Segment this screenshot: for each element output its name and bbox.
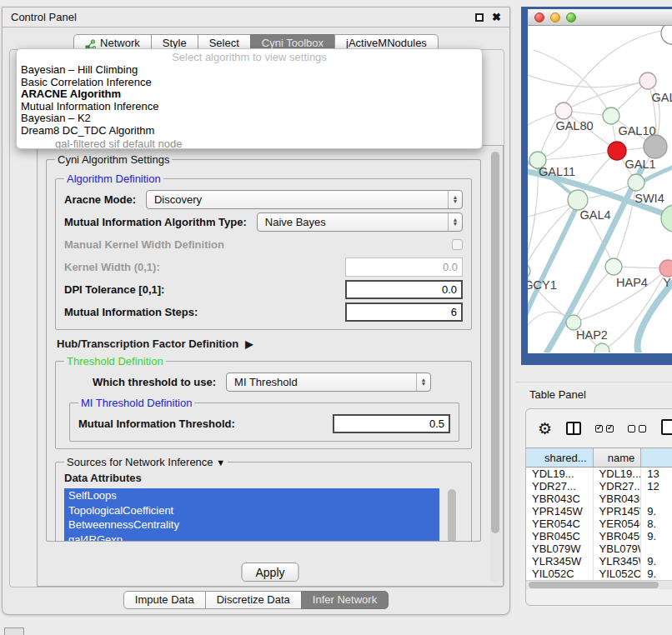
table-row[interactable]: YER054CYER054C8.: [526, 518, 672, 530]
node-label: HAP2: [576, 328, 608, 342]
hub-definition-label: Hub/Transcription Factor Definition: [57, 338, 238, 350]
mac-close-icon[interactable]: [534, 12, 544, 22]
infer-network-tab-panel: Cyni Algorithm Settings Algorithm Defini…: [37, 145, 504, 587]
data-attribute-item[interactable]: SelfLoops: [64, 488, 439, 503]
table-cell: YBL079W: [594, 542, 642, 555]
sources-group: Sources for Network Inference ▼ Data Att…: [55, 456, 472, 542]
sources-legend-label: Sources for Network Inference: [67, 456, 213, 468]
network-node[interactable]: [644, 135, 667, 158]
network-node-hap4[interactable]: [605, 258, 622, 275]
float-window-icon[interactable]: [475, 13, 484, 22]
aracne-mode-value: Discovery: [154, 193, 202, 206]
table-cell: YBR043C: [526, 492, 594, 505]
network-edge[interactable]: [638, 283, 672, 352]
table-cell: 8.: [641, 518, 672, 530]
table-cell: YDL19...: [526, 468, 594, 480]
cyni-algorithm-settings-legend: Cyni Algorithm Settings: [55, 153, 172, 166]
mac-minimize-icon[interactable]: [550, 12, 560, 22]
gear-icon[interactable]: ⚙: [538, 419, 552, 438]
bottom-tab-discretize-data[interactable]: Discretize Data: [205, 591, 302, 609]
column-header[interactable]: A: [641, 448, 672, 467]
mac-zoom-icon[interactable]: [566, 12, 576, 22]
table-cell: YDR27...: [526, 480, 594, 492]
data-attribute-item[interactable]: gal4RGexp: [64, 532, 439, 542]
table-cell: [641, 542, 672, 555]
mi-threshold-field[interactable]: 0.5: [333, 414, 450, 433]
network-window-titlebar: [528, 9, 672, 26]
bottom-tab-impute-data[interactable]: Impute Data: [123, 591, 206, 609]
table-panel-titlebar: Table Panel: [515, 382, 672, 407]
minimized-panel-grip[interactable]: [4, 628, 24, 635]
network-node-gal10[interactable]: [603, 108, 619, 124]
network-edge[interactable]: [528, 202, 579, 320]
node-label: GCY1: [528, 278, 557, 292]
table-row[interactable]: YDR27...YDR27...12: [526, 480, 672, 492]
network-node[interactable]: [628, 174, 644, 191]
columns-icon[interactable]: [566, 422, 581, 435]
hub-definition-disclosure[interactable]: Hub/Transcription Factor Definition ▶: [57, 338, 472, 350]
algorithm-option[interactable]: Dream8 DC_TDC Algorithm: [17, 125, 482, 138]
algorithm-option[interactable]: Mutual Information Inference: [17, 101, 482, 113]
column-header[interactable]: shared...: [526, 448, 594, 467]
table-cell: [641, 492, 672, 505]
table-horizontal-scrollbar[interactable]: [526, 580, 672, 589]
sources-legend[interactable]: Sources for Network Inference ▼: [64, 456, 228, 468]
network-node-gcy1[interactable]: [528, 263, 530, 278]
bottom-tab-infer-network[interactable]: Infer Network: [301, 591, 389, 609]
network-node-gal80[interactable]: [555, 102, 572, 119]
kernel-width-field[interactable]: 0.0: [345, 258, 463, 277]
dpi-tolerance-label: DPI Tolerance [0,1]:: [64, 283, 164, 296]
table-row[interactable]: YPR145WYPR145W9.: [526, 505, 672, 518]
mi-type-label: Mutual Information Algorithm Type:: [64, 216, 247, 228]
data-attribute-item[interactable]: TopologicalCoefficient: [64, 503, 439, 518]
deselect-all-icon[interactable]: [628, 425, 646, 432]
network-node-gal1[interactable]: [608, 142, 626, 160]
select-all-icon[interactable]: [595, 425, 614, 432]
table-cell: YBR043C: [594, 492, 642, 505]
which-threshold-select[interactable]: MI Threshold ▲▼: [226, 372, 431, 392]
table-row[interactable]: YBR043CYBR043C: [526, 492, 672, 505]
network-node[interactable]: [594, 343, 609, 352]
table-cell: YLR345W: [526, 555, 594, 568]
mi-threshold-definition-legend: MI Threshold Definition: [78, 397, 194, 409]
table-cell: YBL079W: [526, 542, 594, 555]
export-table-icon[interactable]: [661, 419, 672, 435]
aracne-mode-label: Aracne Mode:: [64, 193, 136, 206]
algorithm-option[interactable]: Bayesian – Hill Climbing: [17, 64, 482, 77]
apply-button[interactable]: Apply: [241, 562, 298, 582]
network-node-swi4[interactable]: [661, 205, 672, 232]
table-cell: YER054C: [594, 518, 642, 530]
algorithm-option[interactable]: Basic Correlation Inference: [17, 77, 482, 89]
close-icon[interactable]: ✖: [492, 13, 501, 22]
mi-type-select[interactable]: Naive Bayes ▲▼: [257, 212, 463, 232]
data-attributes-list[interactable]: SelfLoopsTopologicalCoefficientBetweenne…: [64, 488, 463, 542]
algorithm-option[interactable]: ARACNE Algorithm: [17, 88, 482, 101]
mi-threshold-definition-group: MI Threshold Definition Mutual Informati…: [69, 397, 459, 442]
table-row[interactable]: YBL079WYBL079W: [526, 542, 672, 555]
network-edge[interactable]: [546, 168, 642, 352]
table-row[interactable]: YDL19...YDL19...13: [526, 468, 672, 480]
network-edge[interactable]: [538, 151, 617, 160]
network-node[interactable]: [661, 26, 672, 44]
network-canvas[interactable]: GALGAL80GAL10GAL1GAL11GAL4SWI4GCY1HAP4YH…: [528, 26, 672, 352]
network-node-gal[interactable]: [639, 72, 656, 89]
manual-kernel-checkbox[interactable]: [452, 239, 463, 250]
bottom-tabbar: Impute DataDiscretize DataInfer Network: [3, 591, 509, 609]
algorithm-option[interactable]: Bayesian – K2: [17, 112, 482, 125]
network-node-gal4[interactable]: [568, 190, 588, 210]
attribute-list-scrollbar[interactable]: [448, 489, 456, 542]
table-panel-title: Table Panel: [529, 388, 586, 401]
table-cell: 9.: [641, 555, 672, 568]
aracne-mode-select[interactable]: Discovery ▲▼: [146, 190, 463, 209]
table-cell: 9.: [641, 505, 672, 518]
network-node-y[interactable]: [659, 260, 672, 277]
table-row[interactable]: YBR045CYBR045C9.: [526, 530, 672, 542]
data-attribute-item[interactable]: BetweennessCentrality: [64, 518, 439, 532]
column-header[interactable]: name: [594, 448, 642, 467]
table-row[interactable]: YLR345WYLR345W9.: [526, 555, 672, 568]
mi-steps-field[interactable]: 6: [345, 302, 463, 322]
dpi-tolerance-field[interactable]: 0.0: [345, 280, 463, 299]
network-combo-ghost-value: gal-filtered sif default node: [17, 138, 482, 149]
table-row[interactable]: YIL052CYIL052C9.: [526, 568, 672, 580]
settings-vertical-scrollbar[interactable]: [490, 149, 500, 582]
